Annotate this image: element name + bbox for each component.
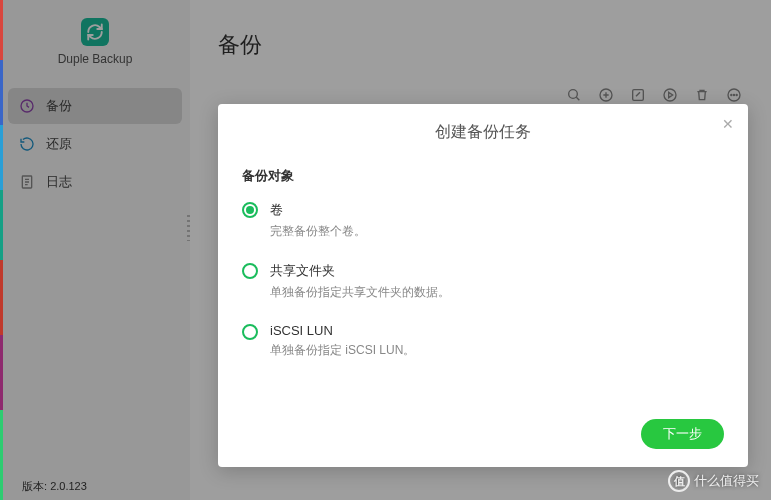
option-body: 共享文件夹 单独备份指定共享文件夹的数据。 bbox=[270, 262, 450, 301]
window-color-strip bbox=[0, 0, 3, 500]
option-body: 卷 完整备份整个卷。 bbox=[270, 201, 366, 240]
modal-section-label: 备份对象 bbox=[242, 167, 724, 185]
option-title: 卷 bbox=[270, 201, 366, 219]
close-icon[interactable]: ✕ bbox=[722, 116, 734, 132]
option-title: 共享文件夹 bbox=[270, 262, 450, 280]
backup-option-volume[interactable]: 卷 完整备份整个卷。 bbox=[242, 201, 724, 240]
radio-icon bbox=[242, 263, 258, 279]
watermark-badge-icon: 值 bbox=[668, 470, 690, 492]
backup-option-iscsi-lun[interactable]: iSCSI LUN 单独备份指定 iSCSI LUN。 bbox=[242, 323, 724, 359]
watermark-text: 什么值得买 bbox=[694, 472, 759, 490]
modal-title: 创建备份任务 bbox=[242, 122, 724, 143]
radio-icon bbox=[242, 202, 258, 218]
option-desc: 单独备份指定 iSCSI LUN。 bbox=[270, 342, 415, 359]
radio-icon bbox=[242, 324, 258, 340]
app-window: Duple Backup 备份 还原 日志 bbox=[0, 0, 771, 500]
option-desc: 单独备份指定共享文件夹的数据。 bbox=[270, 284, 450, 301]
version-label: 版本: 2.0.123 bbox=[22, 479, 87, 494]
option-body: iSCSI LUN 单独备份指定 iSCSI LUN。 bbox=[270, 323, 415, 359]
modal-footer: 下一步 bbox=[242, 419, 724, 449]
option-title: iSCSI LUN bbox=[270, 323, 415, 338]
create-backup-modal: ✕ 创建备份任务 备份对象 卷 完整备份整个卷。 共享文件夹 单独备份指定共享文… bbox=[218, 104, 748, 467]
backup-option-shared-folder[interactable]: 共享文件夹 单独备份指定共享文件夹的数据。 bbox=[242, 262, 724, 301]
next-button[interactable]: 下一步 bbox=[641, 419, 724, 449]
option-desc: 完整备份整个卷。 bbox=[270, 223, 366, 240]
watermark: 值 什么值得买 bbox=[668, 470, 759, 492]
